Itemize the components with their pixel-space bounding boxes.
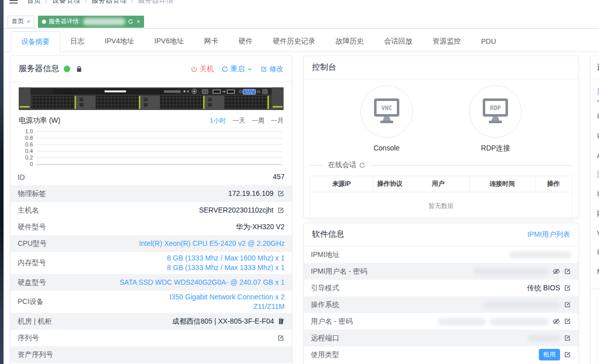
tab-fault-history[interactable]: 故障历史 [326,31,374,51]
vnc-console-label: Console [360,144,413,152]
col-actions: 操作 [535,176,572,192]
tab-resource-monitor[interactable]: 资源监控 [423,31,471,51]
edit-icon[interactable] [564,351,571,358]
edit-icon[interactable] [277,190,285,197]
col-source-ip: 来源IP [310,176,373,192]
row-physical-tag: 物理标签 172.19.16.109 [11,185,292,202]
row-ipmi-credentials: IPMI用户名 - 密码 [304,263,578,280]
reboot-button[interactable]: 重启 [221,65,253,74]
rdp-console-label: RDP连接 [469,144,522,153]
rdp-icon-text: RDP [490,105,501,112]
row-ipmi-address: IPMI地址 [304,246,578,263]
row-label: 远程端口 [311,334,339,343]
y-tick: 1.0 [19,128,33,134]
hamburger-icon[interactable] [10,0,18,4]
shutdown-button[interactable]: 关机 [191,65,214,74]
refresh-icon[interactable] [359,162,365,169]
edit-icon[interactable] [564,301,571,308]
edit-icon[interactable] [277,206,285,214]
edge-tab-fragment[interactable]: 历 [597,87,599,101]
disk-model-link[interactable]: SATA SSD WDC WDS240G2G0A- @ 240.07 GB x … [120,278,285,287]
range-1h[interactable]: 1小时 [210,117,226,125]
edit-icon[interactable] [564,284,571,292]
modify-button[interactable]: 修改 [260,65,284,74]
y-tick: 0.4 [19,148,33,154]
chart-range-switch: 1小时 一天 一周 一月 [210,117,284,125]
row-os-credentials: 用户名 - 密码 [304,313,578,330]
row-value: 成都西信805 | XX-805-3F-E-F04 [172,317,274,326]
rdp-console-button[interactable]: RDP RDP连接 [469,85,522,153]
breadcrumb-item[interactable]: 首页 [27,0,41,5]
edge-row-fragment: A [597,151,599,160]
usage-type-badge: 租用 [539,349,560,360]
vnc-console-button[interactable]: VNC Console [360,85,413,153]
edge-row-fragment: 端 [597,248,599,257]
range-1d[interactable]: 一天 [233,117,245,125]
row-label: IPMI地址 [311,250,340,259]
edit-icon[interactable] [564,334,571,342]
row-label: 硬件型号 [18,223,46,232]
edit-icon[interactable] [564,318,571,325]
edit-icon[interactable] [564,268,571,275]
power-status-icon [64,66,70,72]
edge-row-fragment: 端 [597,112,599,121]
view-tag-home[interactable]: 首页 × [8,16,34,28]
tab-hardware[interactable]: 硬件 [228,31,263,51]
row-label: 物理标签 [18,189,46,198]
edit-icon[interactable] [277,334,285,342]
power-chart: 电源功率 (W) 1小时 一天 一周 一月 1.0 0.8 0.6 0.4 0.… [19,116,284,166]
online-sessions-title: 在线会话 [328,161,356,170]
edge-row-fragment: 网 [597,210,599,219]
breadcrumb: 首页/ 设备管理/ 服务器管理/ 服务器详情 [27,0,173,5]
empty-placeholder: 暂无数据 [310,192,572,220]
tab-logs[interactable]: 日志 [60,31,95,51]
row-disk-model: 硬盘型号 SATA SSD WDC WDS240G2G0A- @ 240.07 … [11,274,292,291]
memory-model-link[interactable]: 8 GB (1333 Mhz / Max 1600 Mhz) x 1 8 GB … [167,253,285,273]
row-label: 序列号 [18,334,39,343]
console-card: 控制台 VNC Console RDP [303,56,579,218]
redacted-value [510,251,571,258]
row-label: 用户名 - 密码 [311,317,352,326]
y-tick: 0.2 [19,154,33,161]
col-user: 用户 [407,176,470,192]
tab-nic[interactable]: 网卡 [194,31,228,51]
range-1m[interactable]: 一月 [271,117,284,125]
row-label: 操作系统 [311,300,339,309]
view-tag-server-detail[interactable]: 服务器详情: × [38,16,144,28]
pci-device-link[interactable]: I350 Gigabit Network Connection x 2 Z11/… [169,292,285,311]
tab-pdu[interactable]: PDU [471,31,506,51]
ipmi-user-list-link[interactable]: IPMI用户列表 [527,230,570,239]
col-protocol: 操作协议 [373,176,407,192]
chevron-down-icon[interactable] [247,66,253,72]
collapsed-sidebar[interactable] [0,0,4,364]
eye-slash-icon[interactable] [552,268,560,275]
redacted-value [489,318,549,325]
close-icon[interactable]: × [136,18,140,25]
reboot-label: 重启 [231,65,245,74]
breadcrumb-item[interactable]: 设备管理 [52,0,80,5]
software-info-header: 软件信息 IPMI用户列表 [304,223,578,246]
redacted-value [528,335,560,342]
row-hardware-model: 硬件型号 华为-XH320 V2 [11,219,292,235]
range-1w[interactable]: 一周 [252,117,264,125]
detail-tabs: 设备摘要 日志 IPV4地址 IPV6地址 网卡 硬件 硬件历史记录 故障历史 … [4,31,599,52]
tab-device-summary[interactable]: 设备摘要 [11,31,60,52]
tab-ipv4[interactable]: IPV4地址 [95,31,144,51]
online-sessions-divider: 在线会话 [310,161,572,170]
tab-ipv6[interactable]: IPV6地址 [144,31,194,51]
cpu-model-link[interactable]: Intel(R) Xeon(R) CPU E5-2420 v2 @ 2.20GH… [139,239,285,248]
row-label: 引导模式 [311,284,339,293]
row-id: ID 457 [11,169,292,185]
eye-slash-icon[interactable] [552,318,560,325]
row-label: CPU型号 [18,239,47,248]
lock-icon [75,65,83,73]
breadcrumb-item[interactable]: 服务器管理 [91,0,127,5]
view-tag-label: 首页 [12,17,24,26]
refresh-icon[interactable] [128,19,133,24]
close-icon[interactable]: × [27,18,30,25]
tab-session-replay[interactable]: 会话回放 [374,31,423,51]
tab-hardware-history[interactable]: 硬件历史记录 [263,31,326,51]
view-tag-label: 服务器详情: [49,17,80,26]
rack-icon[interactable] [278,318,285,325]
row-label: 硬盘型号 [18,278,46,287]
